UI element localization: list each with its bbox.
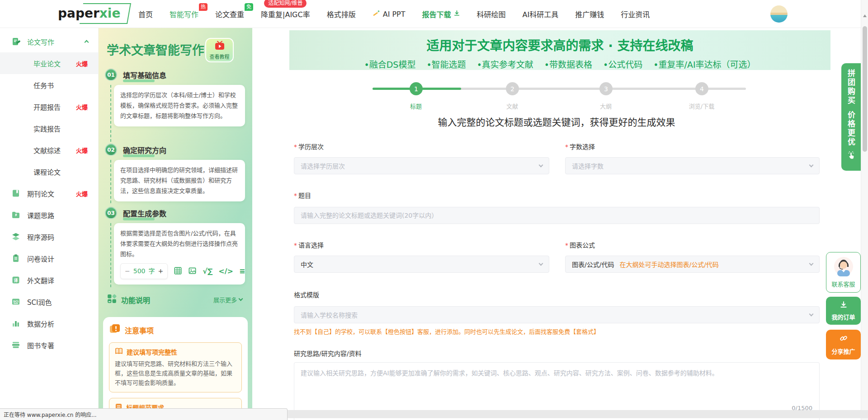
page-scrollbar[interactable] — [861, 0, 868, 420]
nav-item-plagiarism-check[interactable]: 论文查重 免 — [215, 9, 244, 19]
nav-item-reduce-aigc[interactable]: 降重复|AIGC率 适配知网/维普 — [261, 9, 310, 19]
sidebar-item-survey-design[interactable]: 问卷设计 — [0, 247, 98, 269]
scrollbar-thumb[interactable] — [863, 26, 867, 152]
table-icon[interactable] — [174, 266, 182, 276]
sidebar-item-paper-writing[interactable]: 论文写作 — [0, 31, 98, 52]
sidebar-item-data-analysis[interactable]: 数据分析 — [0, 313, 98, 334]
contact-support-button[interactable]: 联系客服 — [826, 252, 861, 293]
guide-step-1: 01 填写基础信息 — [105, 69, 166, 81]
word-count-label: *字数选择 — [565, 142, 595, 151]
education-select[interactable]: 请选择学历层次 — [294, 157, 549, 174]
left-sidebar: 论文写作 毕业论文 火爆 任务书 开题报告 火爆 实践报告 文献综述 火爆 课程… — [0, 28, 99, 420]
language-select[interactable]: 中文 — [294, 256, 549, 273]
sidebar-item-sci-polish[interactable]: SCI SCI润色 — [0, 291, 98, 313]
hot-label: 火爆 — [76, 103, 88, 111]
hot-label: 火爆 — [76, 189, 88, 198]
paperxie-logo[interactable]: paperxie — [58, 6, 120, 21]
language-label: *语言选择 — [294, 240, 324, 249]
title-input[interactable] — [294, 207, 820, 224]
notice-header: 注意事项 — [109, 323, 242, 337]
template-select[interactable]: 请输入学校名称搜索 — [294, 306, 820, 323]
education-label: *学历层次 — [294, 142, 324, 151]
group-buy-banner[interactable]: 拼团购买 价格更优 — [841, 63, 861, 171]
tv-play-icon — [214, 41, 225, 52]
generation-toolbar: − 500 字 + √∑ </> ≡ — [120, 263, 239, 279]
template-hint: 找不到【自己】的学校，可以联系【橙色按钮】客服，进行添加。同时也可以先生成论文，… — [294, 327, 599, 336]
hot-label: 火爆 — [76, 59, 88, 68]
user-avatar[interactable] — [770, 5, 788, 23]
sidebar-item-topic-ideas[interactable]: 课题思路 — [0, 204, 98, 226]
nav-item-ai-ppt[interactable]: AI PPT — [373, 9, 406, 19]
notice-section: 注意事项 建议填写项完整性 建议填写研究思路、研究材料和方法三个输入框，这些信息… — [103, 317, 248, 420]
main-content: 适用对于文章内容要求高的需求 · 支持在线改稿 •融合DS模型 •智能选题 •真… — [252, 28, 861, 420]
step-4-label: 浏览/下载 — [675, 102, 729, 110]
expand-more-button[interactable]: 展示更多 — [213, 295, 242, 304]
research-label: 研究思路/研究内容/资料 — [294, 349, 361, 358]
plus-button[interactable]: + — [158, 266, 163, 277]
step-1-label: 标题 — [389, 102, 443, 110]
share-promote-button[interactable]: 分享推广 — [826, 330, 861, 359]
formula-icon[interactable]: √∑ — [203, 268, 212, 275]
step-4-circle[interactable]: 4 — [695, 82, 708, 95]
title-label: *题目 — [294, 191, 311, 200]
guide-step-2: 02 确定研究方向 — [105, 144, 166, 156]
step-2-circle[interactable]: 2 — [506, 82, 519, 95]
sidebar-item-proposal-report[interactable]: 开题报告 火爆 — [0, 96, 98, 117]
sidebar-item-graduation-thesis[interactable]: 毕业论文 火爆 — [0, 52, 98, 74]
code-icon[interactable]: </> — [218, 268, 233, 275]
nav-item-promotion-earn[interactable]: 推广赚钱 — [575, 9, 604, 19]
chevron-down-icon — [539, 261, 543, 266]
nav-item-research-drawing[interactable]: 科研绘图 — [477, 9, 506, 19]
notice-card-completeness: 建议填写项完整性 建议填写研究思路、研究材料和方法三个输入框，这些信息是生成高质… — [109, 342, 242, 392]
sidebar-item-foreign-translation[interactable]: 译 外文翻译 — [0, 269, 98, 291]
open-book-icon — [115, 348, 123, 356]
free-badge: 免 — [245, 3, 253, 11]
step-number-badge: 03 — [105, 207, 117, 219]
step-3-label: 大纲 — [579, 102, 633, 110]
chevron-down-icon — [809, 312, 814, 317]
wand-icon — [373, 9, 381, 19]
sidebar-item-journal-paper[interactable]: 期刊论文 火爆 — [0, 182, 98, 204]
link-icon — [839, 334, 848, 345]
feature-item: •公式代码 — [603, 58, 642, 70]
view-tutorial-button[interactable]: 查看教程 — [205, 38, 234, 62]
sidebar-item-course-paper[interactable]: 课程论文 — [0, 161, 98, 182]
nav-item-home[interactable]: 首页 — [138, 9, 153, 19]
doc-pen-icon — [11, 37, 20, 46]
sidebar-item-source-code[interactable]: 程序源码 — [0, 226, 98, 247]
features-section-header: 功能说明 — [107, 294, 150, 306]
nav-item-ai-research-tools[interactable]: AI科研工具 — [523, 9, 559, 19]
svg-text:译: 译 — [14, 278, 18, 283]
step-number-badge: 01 — [105, 69, 117, 81]
sidebar-item-literature-review[interactable]: 文献综述 火爆 — [0, 139, 98, 161]
step-3-circle[interactable]: 3 — [599, 82, 613, 95]
nav-item-industry-news[interactable]: 行业资讯 — [621, 9, 650, 19]
sidebar-item-task-book[interactable]: 任务书 — [0, 74, 98, 96]
my-orders-button[interactable]: 我的订单 — [826, 297, 861, 325]
nav-item-smart-writing[interactable]: 智能写作 热 — [170, 9, 198, 19]
nav-item-format-layout[interactable]: 格式排版 — [327, 9, 356, 19]
writing-guide-panel: 学术文章智能写作 查看教程 01 填写基础信息 选择您的学历层次（本科/硕士/博… — [99, 28, 252, 420]
chart-formula-select[interactable]: 图表/公式/代码 在大纲处可手动选择图表/公式/代码 — [565, 256, 820, 273]
layers-icon — [11, 232, 20, 241]
image-icon[interactable] — [188, 266, 197, 276]
chevron-down-icon — [539, 163, 543, 168]
word-count-stepper[interactable]: − 500 字 + — [120, 263, 168, 279]
nav-item-report-download[interactable]: 报告下载 — [422, 9, 460, 19]
step-1-circle[interactable]: 1 — [410, 82, 423, 95]
word-count-select[interactable]: 请选择字数 — [565, 157, 820, 174]
step-connector — [110, 85, 111, 142]
form-subtitle: 输入完整的论文标题或选题关键词，获得更好的生成效果 — [252, 115, 861, 128]
step-2-label: 文献 — [485, 102, 539, 110]
sidebar-item-practice-report[interactable]: 实践报告 — [0, 117, 98, 139]
top-navigation-bar: paperxie 首页 智能写作 热 论文查重 免 降重复|AIGC率 适配知网… — [0, 0, 868, 28]
outline-icon[interactable]: ≡ — [239, 268, 245, 275]
sidebar-item-book-monograph[interactable]: 图书专著 — [0, 334, 98, 356]
chevron-up-icon — [85, 40, 89, 45]
journal-icon — [11, 189, 20, 198]
minus-button[interactable]: − — [125, 266, 130, 277]
step-number-badge: 02 — [105, 144, 117, 156]
promo-banner: 适用对于文章内容要求高的需求 · 支持在线改稿 •融合DS模型 •智能选题 •真… — [289, 30, 830, 70]
scroll-up-arrow-icon[interactable] — [863, 14, 867, 17]
cnki-compatible-pill: 适配知网/维普 — [264, 0, 307, 8]
